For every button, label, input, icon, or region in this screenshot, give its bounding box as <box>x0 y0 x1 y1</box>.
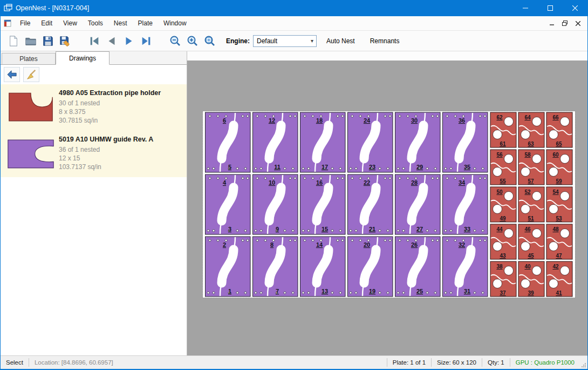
menu-item-window[interactable]: Window <box>158 19 192 27</box>
broom-icon <box>26 69 37 80</box>
purple-part-pair-6-5[interactable]: 6 5 <box>204 111 251 173</box>
purple-part-pair-28-27[interactable]: 28 27 <box>394 173 441 236</box>
red-part-pair-64-63[interactable]: 64 63 <box>517 111 545 149</box>
save-button[interactable] <box>39 32 57 50</box>
red-part-pair-66-65[interactable]: 66 65 <box>545 111 573 149</box>
window-title: OpenNest - [N0317-004] <box>16 4 89 12</box>
main-content: Plates Drawings <box>1 51 587 355</box>
svg-text:23: 23 <box>369 164 375 170</box>
svg-text:25: 25 <box>416 288 423 294</box>
drawings-toolbar <box>1 65 187 84</box>
red-part-pair-48-47[interactable]: 48 47 <box>545 223 573 260</box>
svg-text:24: 24 <box>364 117 371 124</box>
mdi-close-button[interactable] <box>571 17 584 29</box>
close-button[interactable] <box>563 0 587 16</box>
svg-text:48: 48 <box>552 226 559 232</box>
svg-text:20: 20 <box>364 241 370 248</box>
red-part-pair-62-61[interactable]: 62 61 <box>489 111 517 149</box>
new-button[interactable] <box>5 32 22 50</box>
purple-part-pair-8-7[interactable]: 8 7 <box>251 236 299 298</box>
red-part-pair-54-53[interactable]: 54 53 <box>545 186 573 223</box>
part-thumbnail-red <box>3 86 59 129</box>
menu-item-edit[interactable]: Edit <box>36 19 58 27</box>
svg-text:15: 15 <box>322 226 328 232</box>
document-icon <box>1 19 15 27</box>
drawing-list: 4980 A05 Extraction pipe holder 30 of 1 … <box>1 84 187 355</box>
menu-item-view[interactable]: View <box>58 19 83 27</box>
minimize-button[interactable] <box>513 0 538 16</box>
red-part-pair-52-51[interactable]: 52 51 <box>517 186 545 223</box>
first-plate-icon <box>88 35 100 47</box>
red-part-pair-46-45[interactable]: 46 45 <box>517 223 545 260</box>
svg-text:2: 2 <box>223 241 226 248</box>
plate[interactable]: 6 5 12 11 18 17 <box>203 111 575 298</box>
menu-items: FileEditViewToolsNestPlateWindow <box>15 16 192 30</box>
red-part-pair-44-43[interactable]: 44 43 <box>489 223 517 260</box>
nav-first-button[interactable] <box>86 32 103 50</box>
engine-selected-value: Default <box>257 37 277 45</box>
auto-nest-button[interactable]: Auto Nest <box>321 34 360 48</box>
resize-grip[interactable] <box>580 356 587 369</box>
purple-part-pair-12-11[interactable]: 12 11 <box>251 111 299 173</box>
maximize-button[interactable] <box>538 0 563 16</box>
purple-part-pair-30-29[interactable]: 30 29 <box>394 111 441 173</box>
red-part-pair-56-55[interactable]: 56 55 <box>489 149 517 186</box>
zoom-out-button[interactable] <box>167 32 184 50</box>
remnants-button[interactable]: Remnants <box>365 34 405 48</box>
red-part-pair-42-41[interactable]: 42 41 <box>545 260 573 298</box>
red-part-pair-60-59[interactable]: 60 59 <box>545 149 573 186</box>
purple-part-pair-36-35[interactable]: 36 35 <box>441 111 489 173</box>
nav-next-button[interactable] <box>120 32 138 50</box>
tab-drawings[interactable]: Drawings <box>56 51 110 65</box>
purple-part-pair-32-31[interactable]: 32 31 <box>441 236 489 298</box>
canvas-top-strip <box>187 51 587 60</box>
zoom-fit-button[interactable] <box>201 32 218 50</box>
side-panel: Plates Drawings <box>1 51 187 355</box>
purple-part-pair-22-21[interactable]: 22 21 <box>346 173 394 236</box>
title-bar: OpenNest - [N0317-004] <box>1 0 587 16</box>
red-part-pair-58-57[interactable]: 58 57 <box>517 149 545 186</box>
purple-part-pair-16-15[interactable]: 16 15 <box>299 173 346 236</box>
zoom-in-button[interactable] <box>184 32 201 50</box>
drawing-item-uhmw-guide[interactable]: 5019 A10 UHMW guide Rev. A 36 of 1 neste… <box>1 131 187 177</box>
purple-part-pair-2-1[interactable]: 2 1 <box>204 236 251 298</box>
purple-part-pair-14-13[interactable]: 14 13 <box>299 236 346 298</box>
svg-text:39: 39 <box>528 290 534 296</box>
mdi-restore-button[interactable] <box>558 17 571 29</box>
purple-part-pair-4-3[interactable]: 4 3 <box>204 173 251 236</box>
svg-text:13: 13 <box>322 288 328 294</box>
app-icon <box>1 4 16 12</box>
purple-part-pair-34-33[interactable]: 34 33 <box>441 173 489 236</box>
engine-select[interactable]: Default ▾ <box>253 35 317 47</box>
nav-last-button[interactable] <box>138 32 155 50</box>
menu-item-plate[interactable]: Plate <box>133 19 158 27</box>
menu-item-nest[interactable]: Nest <box>108 19 133 27</box>
purple-part-pair-18-17[interactable]: 18 17 <box>299 111 346 173</box>
tab-plates[interactable]: Plates <box>2 53 56 64</box>
svg-text:35: 35 <box>464 164 470 170</box>
mdi-minimize-button[interactable] <box>545 17 558 29</box>
svg-text:1: 1 <box>228 288 231 294</box>
purple-part-pair-20-19[interactable]: 20 19 <box>346 236 394 298</box>
purple-part-pair-10-9[interactable]: 10 9 <box>251 173 299 236</box>
purple-part-pair-24-23[interactable]: 24 23 <box>346 111 394 173</box>
svg-text:36: 36 <box>459 117 465 124</box>
nest-canvas[interactable]: 6 5 12 11 18 17 <box>187 51 587 355</box>
menu-item-file[interactable]: File <box>15 19 36 27</box>
application-window: OpenNest - [N0317-004] FileEditViewTools… <box>0 0 588 370</box>
clean-drawings-button[interactable] <box>23 67 39 82</box>
red-part-pair-50-49[interactable]: 50 49 <box>489 186 517 223</box>
svg-text:14: 14 <box>316 241 323 248</box>
menu-item-tools[interactable]: Tools <box>83 19 108 27</box>
red-part-pair-40-39[interactable]: 40 39 <box>517 260 545 298</box>
last-plate-icon <box>140 35 152 47</box>
import-drawing-button[interactable] <box>4 67 20 82</box>
drawing-item-extraction-pipe-holder[interactable]: 4980 A05 Extraction pipe holder 30 of 1 … <box>1 84 187 131</box>
nav-previous-button[interactable] <box>103 32 120 50</box>
save-as-button[interactable] <box>57 32 74 50</box>
purple-part-pair-26-25[interactable]: 26 25 <box>394 236 441 298</box>
open-button[interactable] <box>22 32 39 50</box>
svg-text:11: 11 <box>274 164 281 170</box>
status-size: Size: 60 x 120 <box>432 356 482 369</box>
red-part-pair-38-37[interactable]: 38 37 <box>489 260 517 298</box>
